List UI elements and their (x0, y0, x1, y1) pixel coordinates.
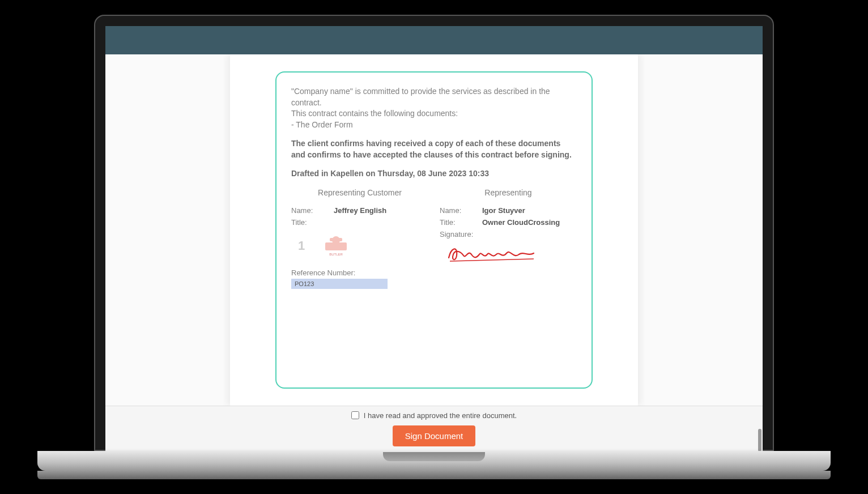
customer-name-label: Name: (291, 206, 334, 215)
sign-document-button[interactable]: Sign Document (393, 425, 476, 446)
intro-line-2: This contract contains the following doc… (291, 108, 577, 120)
drafted-text: Drafted in Kapellen on Thursday, 08 June… (291, 169, 577, 178)
company-title-label: Title: (440, 218, 482, 227)
company-heading: Representing (440, 188, 577, 197)
customer-title-row: Title: (291, 218, 428, 227)
customer-column: Representing Customer Name: Jeffrey Engl… (291, 188, 428, 289)
reference-input[interactable] (291, 279, 388, 289)
stamp-caption: BUTLER (329, 253, 343, 256)
reference-label: Reference Number: (291, 269, 428, 277)
company-name-value: Igor Stuyver (482, 206, 525, 215)
document-page: "Company name" is committed to provide t… (230, 54, 638, 406)
laptop-frame: "Company name" is committed to provide t… (37, 15, 831, 479)
approve-checkbox[interactable] (351, 411, 359, 419)
laptop-notch (383, 452, 485, 461)
confirm-text: The client confirms having received a co… (291, 138, 577, 160)
approve-label: I have read and approved the entire docu… (364, 411, 517, 420)
company-signature-row: Signature: (440, 230, 577, 239)
signature-image (445, 242, 577, 268)
company-title-row: Title: Owner CloudCrossing (440, 218, 577, 227)
customer-title-label: Title: (291, 218, 334, 227)
customer-heading: Representing Customer (291, 188, 428, 197)
laptop-bezel: "Company name" is committed to provide t… (94, 15, 774, 451)
approve-row[interactable]: I have read and approved the entire docu… (351, 411, 517, 420)
company-column: Representing Name: Igor Stuyver Title: O… (440, 188, 577, 289)
footer-bar: I have read and approved the entire docu… (105, 406, 763, 451)
document-viewport[interactable]: "Company name" is committed to provide t… (105, 54, 763, 406)
customer-name-value: Jeffrey English (334, 206, 386, 215)
company-signature-label: Signature: (440, 230, 482, 239)
company-name-row: Name: Igor Stuyver (440, 206, 577, 215)
intro-line-3: - The Order Form (291, 120, 577, 131)
intro-line-1: "Company name" is committed to provide t… (291, 86, 577, 108)
intro-text: "Company name" is committed to provide t… (291, 86, 577, 130)
contract-box: "Company name" is committed to provide t… (275, 71, 593, 389)
stamp-number: 1 (298, 239, 305, 253)
signature-columns: Representing Customer Name: Jeffrey Engl… (291, 188, 577, 289)
butler-stamp-icon: BUTLER (322, 235, 350, 257)
laptop-edge (37, 471, 831, 479)
app-screen: "Company name" is committed to provide t… (105, 26, 763, 451)
app-header-bar (105, 26, 763, 54)
scrollbar-thumb[interactable] (758, 429, 761, 452)
svg-line-3 (450, 259, 534, 261)
stamp-area: 1 BUTLER (291, 235, 428, 257)
company-name-label: Name: (440, 206, 482, 215)
reference-section: Reference Number: (291, 269, 428, 289)
svg-rect-2 (330, 238, 342, 241)
customer-name-row: Name: Jeffrey English (291, 206, 428, 215)
company-title-value: Owner CloudCrossing (482, 218, 560, 227)
